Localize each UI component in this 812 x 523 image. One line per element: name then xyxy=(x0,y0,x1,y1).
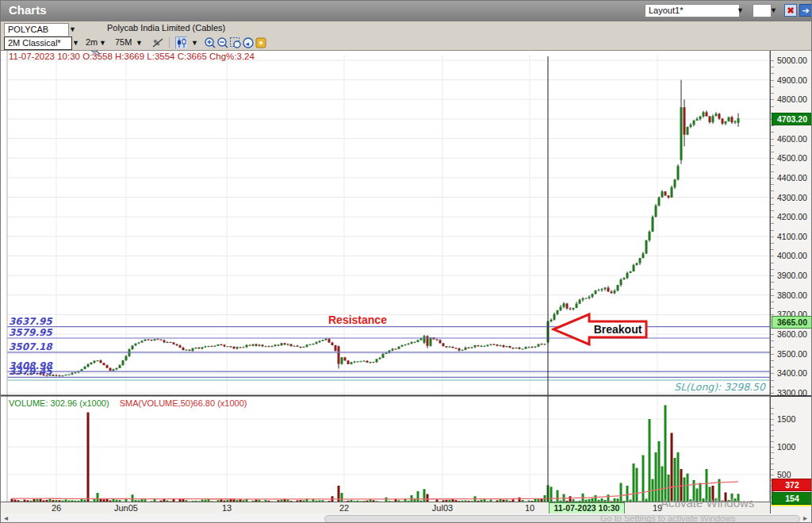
price-axis-label: 4600.00 xyxy=(777,134,807,144)
chart-settings-icon[interactable] xyxy=(255,37,266,48)
axis-tick xyxy=(771,308,774,309)
range-combo-arrow-icon[interactable]: ▼ xyxy=(136,37,143,50)
axis-tick xyxy=(771,380,774,381)
interval-combo[interactable]: 2m xyxy=(86,37,98,47)
volume-indicator-header: VOLUME: 302.96 (x1000) SMA(VOLUME,50)66.… xyxy=(9,398,247,408)
axis-tick xyxy=(771,217,774,217)
axis-tick xyxy=(771,269,774,270)
axis-tick xyxy=(771,237,774,237)
axis-tick xyxy=(771,93,774,94)
template-combo[interactable]: 2M Classical* xyxy=(4,37,72,50)
axis-tick xyxy=(771,243,774,244)
axis-tick xyxy=(771,80,774,81)
axis-tick xyxy=(771,425,774,425)
layout-combo[interactable]: Layout1* xyxy=(645,4,740,17)
axis-tick xyxy=(771,139,774,140)
price-axis-panel[interactable]: 4703.20 3665.00 372 154 5000.004900.0048… xyxy=(770,50,812,513)
interval-combo-arrow-icon[interactable]: ▼ xyxy=(99,37,106,50)
scroll-right-icon[interactable]: ▸ xyxy=(803,513,807,522)
template-combo-arrow-icon[interactable]: ▼ xyxy=(72,37,79,50)
volume-sma-line xyxy=(12,482,738,499)
close-layout-icon[interactable]: ✖ xyxy=(784,4,797,17)
zoom-area-icon[interactable] xyxy=(229,37,241,48)
color-swatch-combo[interactable] xyxy=(753,4,772,17)
layout-combo-arrow-icon[interactable]: ▼ xyxy=(737,4,744,17)
axis-tick xyxy=(771,275,774,276)
price-axis-label: 4400.00 xyxy=(777,173,807,183)
zoom-reset-icon[interactable]: ◂ xyxy=(242,37,254,48)
volume-axis-label: 1000 xyxy=(777,442,795,452)
price-axis-label: 5000.00 xyxy=(777,56,807,65)
axis-tick xyxy=(771,73,774,74)
axis-tick xyxy=(771,334,774,335)
axis-tick xyxy=(771,408,774,409)
last-price-badge: 4703.20 xyxy=(772,113,812,125)
axis-tick xyxy=(771,340,774,341)
time-axis-panel[interactable]: 11-07-2023 10:30 26Jun051322Jul031019 xyxy=(1,502,770,514)
x-axis-label: 10 xyxy=(512,503,547,513)
axis-tick xyxy=(771,256,774,256)
volume-axis-label: 1500 xyxy=(777,414,795,424)
price-chart-canvas[interactable] xyxy=(1,1,812,523)
axis-tick xyxy=(771,106,774,107)
detach-window-icon[interactable]: ➔ xyxy=(799,4,812,17)
x-axis-label: 26 xyxy=(39,503,74,513)
chart-type-arrow-icon[interactable]: ▼ xyxy=(191,37,198,50)
axis-tick xyxy=(771,164,774,165)
activate-windows-watermark: Activate Windows xyxy=(661,496,754,510)
crosshair-price-badge: 3665.00 xyxy=(772,316,812,329)
zoom-in-icon[interactable] xyxy=(204,37,216,48)
axis-tick xyxy=(771,360,774,361)
current-volume-badge: 154 xyxy=(772,492,812,505)
x-axis-label: Jun05 xyxy=(109,503,144,513)
volume-sma-badge: 372 xyxy=(772,479,812,491)
axis-tick xyxy=(771,282,774,283)
range-combo[interactable]: 75M xyxy=(115,37,132,47)
template-combo-value: 2M Classical* xyxy=(8,38,61,48)
toolbar-separator xyxy=(169,37,170,48)
axis-tick xyxy=(771,463,774,464)
axis-tick xyxy=(771,178,774,179)
axis-tick xyxy=(771,210,774,211)
ohlc-info-line: 11-07-2023 10:30 O:3558 H:3669 L:3554 C:… xyxy=(9,52,255,61)
axis-tick xyxy=(771,447,774,448)
symbol-input[interactable]: POLYCAB xyxy=(4,23,69,37)
axis-tick xyxy=(771,441,774,442)
instrument-description: Polycab India Limited (Cables) xyxy=(107,23,225,33)
window-title: Charts xyxy=(9,3,47,17)
hide-drawings-icon[interactable]: ✎ xyxy=(151,37,163,48)
price-axis-label: 4100.00 xyxy=(777,232,807,241)
zoom-out-icon[interactable] xyxy=(216,37,228,48)
symbol-combo-arrow-icon[interactable]: ▼ xyxy=(69,23,76,37)
activate-settings-watermark: Go to Settings to activate Windows xyxy=(600,513,736,523)
symbol-value: POLYCAB xyxy=(8,25,48,34)
axis-tick xyxy=(771,190,774,191)
price-axis-label: 4800.00 xyxy=(777,94,807,104)
axis-tick xyxy=(771,230,774,231)
axis-tick xyxy=(771,60,774,61)
price-axis-label: 4300.00 xyxy=(777,193,807,202)
x-axis-label: 22 xyxy=(327,503,362,513)
price-axis-label: 3800.00 xyxy=(777,290,807,300)
grid-lines xyxy=(7,55,770,502)
swatch-combo-arrow-icon[interactable]: ▼ xyxy=(770,4,777,17)
price-axis-label: 4900.00 xyxy=(777,75,807,85)
axis-tick xyxy=(771,132,774,133)
axis-tick xyxy=(771,145,774,146)
axis-tick xyxy=(771,302,774,302)
axis-tick xyxy=(771,295,774,296)
axis-tick xyxy=(771,87,774,87)
price-axis-label: 3900.00 xyxy=(777,271,807,280)
volume-value-text: VOLUME: 302.96 (x1000) xyxy=(9,398,109,408)
chart-toolbar: 2M Classical* ▼ 2m ▼ 75M ▼ ✎ ▼ xyxy=(1,36,812,51)
price-axis-label: 3500.00 xyxy=(777,349,807,359)
axis-tick xyxy=(771,430,774,431)
axis-tick xyxy=(771,458,774,459)
scroll-left-icon[interactable]: ◂ xyxy=(4,513,8,522)
axis-tick xyxy=(771,67,774,67)
chart-type-candles-icon[interactable] xyxy=(175,37,187,48)
price-axis-label: 3400.00 xyxy=(777,368,807,378)
axis-tick xyxy=(771,184,774,185)
x-axis-label: Jul03 xyxy=(425,503,460,513)
axis-tick xyxy=(771,469,774,470)
